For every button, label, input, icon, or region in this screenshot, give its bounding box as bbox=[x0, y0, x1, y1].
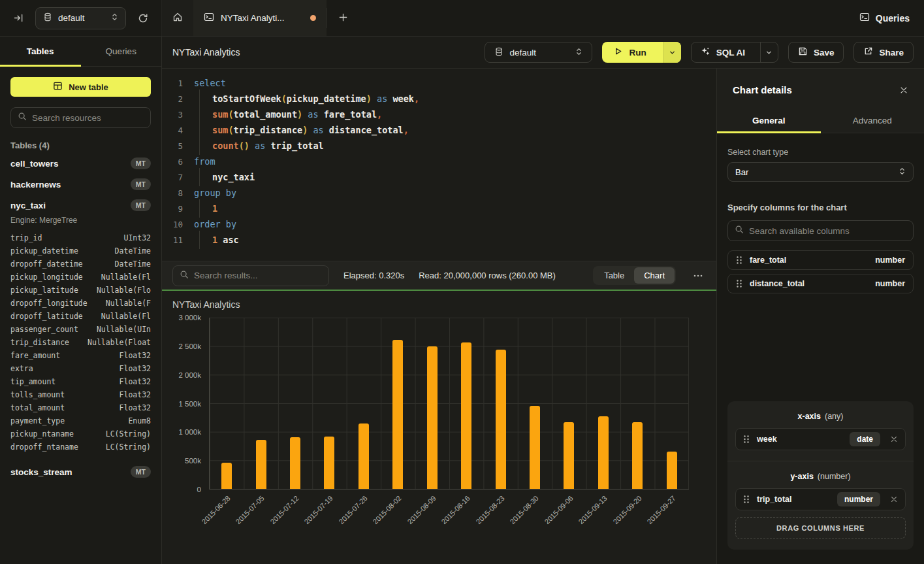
column-row: pickup_datetimeDateTime bbox=[10, 244, 151, 257]
table-row[interactable]: nyc_taxiMT bbox=[0, 195, 161, 216]
run-button-main[interactable]: Run bbox=[602, 42, 657, 63]
sql-token: , bbox=[404, 125, 409, 135]
chart-bar[interactable] bbox=[256, 440, 266, 489]
code-line: nyc_taxi bbox=[194, 169, 255, 185]
chart-bar[interactable] bbox=[667, 452, 677, 489]
available-column-chip[interactable]: distance_totalnumber bbox=[727, 274, 914, 293]
column-type: DateTime bbox=[115, 244, 151, 257]
chart-bar[interactable] bbox=[461, 342, 471, 489]
code-line: sum(trip_distance) as distance_total, bbox=[194, 122, 409, 138]
code-line: 1 bbox=[194, 201, 217, 216]
editor-line: 10order by bbox=[162, 216, 716, 232]
column-row: trip_idUInt32 bbox=[10, 231, 151, 244]
chart-bar[interactable] bbox=[427, 346, 438, 489]
column-name: passenger_count bbox=[10, 323, 78, 336]
remove-column-icon[interactable] bbox=[890, 495, 898, 503]
share-button[interactable]: Share bbox=[853, 42, 914, 63]
drag-handle-icon[interactable] bbox=[743, 495, 750, 504]
tab-advanced[interactable]: Advanced bbox=[821, 108, 924, 133]
close-icon[interactable] bbox=[899, 86, 908, 95]
sidebar-tab-tables[interactable]: Tables bbox=[0, 37, 81, 66]
save-icon bbox=[798, 46, 808, 58]
chart-bar[interactable] bbox=[358, 423, 369, 489]
chart-type-label: Select chart type bbox=[727, 148, 914, 157]
query-database-selector[interactable]: default bbox=[485, 42, 592, 63]
toggle-table[interactable]: Table bbox=[594, 267, 634, 284]
sql-ai-button-label: SQL AI bbox=[716, 48, 745, 58]
new-table-button[interactable]: New table bbox=[10, 77, 151, 97]
query-tab[interactable]: NYTaxi Analyti... bbox=[193, 0, 327, 36]
chart-bar[interactable] bbox=[530, 406, 540, 489]
more-options-icon[interactable] bbox=[690, 271, 706, 281]
save-button[interactable]: Save bbox=[788, 42, 844, 63]
sql-editor[interactable]: 1select2toStartOfWeek(pickup_datetime) a… bbox=[162, 69, 716, 261]
indent-guide bbox=[194, 107, 212, 122]
home-icon bbox=[172, 12, 183, 25]
column-type: Nullable(Fl bbox=[101, 271, 151, 284]
sql-token: sum bbox=[212, 109, 228, 120]
column-row: fare_amountFloat32 bbox=[10, 349, 151, 362]
y-axis-label: y-axis bbox=[790, 472, 813, 481]
sidebar-tab-queries[interactable]: Queries bbox=[81, 37, 162, 66]
chart-bar[interactable] bbox=[598, 416, 609, 489]
table-row[interactable]: cell_towersMT bbox=[0, 153, 161, 174]
sql-ai-caret[interactable] bbox=[760, 42, 778, 62]
available-column-chip[interactable]: fare_totalnumber bbox=[727, 250, 914, 270]
database-selector[interactable]: default bbox=[35, 7, 126, 29]
editor-line: 6from bbox=[162, 154, 716, 169]
sql-ai-button: SQL AI bbox=[691, 42, 778, 63]
x-axis-column-chip[interactable]: weekdate bbox=[735, 428, 906, 450]
home-tab[interactable] bbox=[162, 0, 193, 36]
tables-section-label: Tables (4) bbox=[10, 141, 151, 150]
refresh-icon[interactable] bbox=[134, 9, 152, 27]
column-type: DateTime bbox=[115, 257, 151, 271]
table-row[interactable]: hackernewsMT bbox=[0, 174, 161, 195]
column-name: dropoff_longitude bbox=[10, 297, 88, 310]
sql-ai-button-main[interactable]: SQL AI bbox=[692, 42, 754, 62]
chart-bar[interactable] bbox=[324, 437, 334, 489]
y-tick-label: 0 bbox=[197, 486, 201, 493]
chart-type-select[interactable]: Bar bbox=[727, 162, 914, 182]
chart-bar[interactable] bbox=[564, 422, 574, 489]
column-row: dropoff_datetimeDateTime bbox=[10, 257, 151, 271]
chart-bar[interactable] bbox=[290, 437, 300, 489]
bar-slot bbox=[518, 318, 552, 489]
results-search-input[interactable] bbox=[194, 271, 322, 280]
sql-token: () bbox=[239, 141, 249, 151]
y-axis-items: trip_totalnumber bbox=[735, 488, 906, 510]
code-line: select bbox=[194, 75, 226, 91]
chart-bar[interactable] bbox=[221, 463, 232, 489]
queries-button[interactable]: Queries bbox=[859, 0, 924, 36]
code-line: group by bbox=[194, 185, 236, 201]
column-name: tolls_amount bbox=[10, 388, 65, 401]
chart-bar[interactable] bbox=[496, 350, 506, 489]
run-options-caret[interactable] bbox=[663, 42, 681, 63]
drag-handle-icon[interactable] bbox=[736, 279, 742, 288]
run-button: Run bbox=[602, 42, 680, 63]
line-number: 2 bbox=[162, 94, 183, 104]
code-line: toStartOfWeek(pickup_datetime) as week, bbox=[194, 91, 419, 107]
y-axis-column-chip[interactable]: trip_totalnumber bbox=[735, 488, 906, 510]
sidebar-search-input[interactable] bbox=[32, 113, 144, 123]
chart-bar[interactable] bbox=[632, 422, 643, 489]
collapse-sidebar-icon[interactable] bbox=[9, 9, 27, 27]
sidebar-search bbox=[10, 107, 151, 128]
table-row[interactable]: stocks_streamMT bbox=[0, 461, 161, 482]
search-icon bbox=[735, 225, 744, 237]
column-row: extraFloat32 bbox=[10, 362, 151, 375]
columns-search-input[interactable] bbox=[749, 226, 906, 236]
editor-line: 91 bbox=[162, 201, 716, 216]
new-tab-button[interactable] bbox=[327, 0, 358, 36]
tab-general[interactable]: General bbox=[717, 108, 821, 133]
drag-handle-icon[interactable] bbox=[736, 256, 742, 265]
code-line: 1 asc bbox=[194, 232, 239, 248]
bar-slot bbox=[312, 318, 346, 489]
toggle-chart[interactable]: Chart bbox=[634, 267, 675, 284]
drag-columns-dropzone[interactable]: DRAG COLUMNS HERE bbox=[735, 517, 906, 539]
column-type: Float32 bbox=[119, 362, 151, 375]
chart-bar[interactable] bbox=[392, 340, 403, 489]
column-type: Float32 bbox=[119, 349, 151, 362]
remove-column-icon[interactable] bbox=[890, 435, 898, 443]
drag-handle-icon[interactable] bbox=[743, 435, 750, 444]
sql-token: ( bbox=[281, 93, 287, 104]
